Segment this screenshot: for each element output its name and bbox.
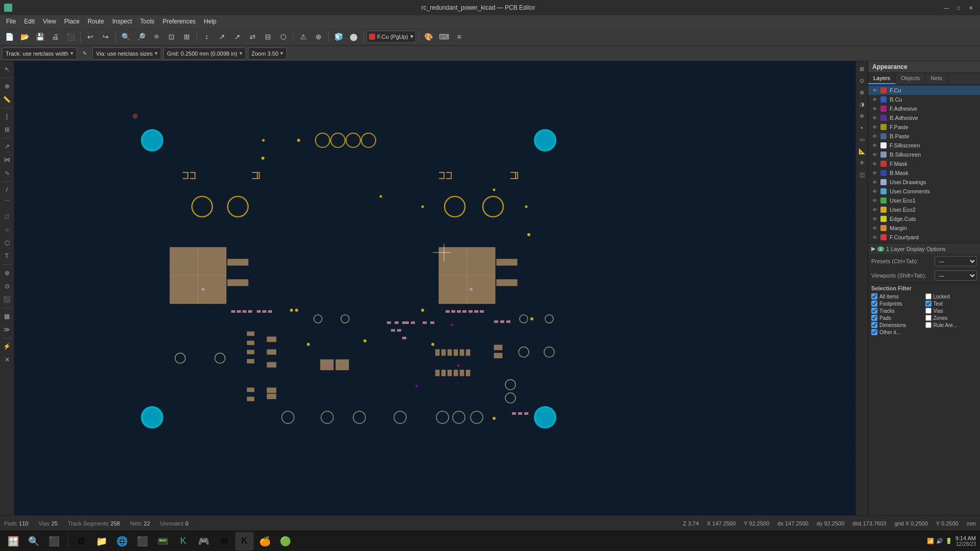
sel-filter-checkbox[interactable] <box>871 329 877 335</box>
print-button[interactable]: 🖨 <box>48 30 62 44</box>
menu-help[interactable]: Help <box>200 15 220 28</box>
track-width-edit[interactable]: ✎ <box>79 46 90 61</box>
new-button[interactable]: 📄 <box>2 30 16 44</box>
pcb3d-button[interactable]: 🧊 <box>331 30 346 44</box>
scripting-button[interactable]: ⌨ <box>437 30 451 44</box>
sel-filter-checkbox[interactable] <box>871 322 877 328</box>
open-button[interactable]: 📂 <box>17 30 32 44</box>
snap-free-button[interactable]: ⊛ <box>856 87 868 98</box>
tab-layers[interactable]: Layers <box>868 73 896 84</box>
tab-objects[interactable]: Objects <box>896 73 925 84</box>
route-diff-button[interactable]: ↗ <box>230 30 244 44</box>
taskbar-green-icon[interactable]: 🟢 <box>276 532 295 550</box>
layer-item-b-cu[interactable]: 👁 B.Cu <box>868 95 980 104</box>
design-rule-tool[interactable]: ✕ <box>1 354 13 366</box>
color-scheme-button[interactable]: 🎨 <box>422 30 436 44</box>
layer-item-f-adhesive[interactable]: 👁 F.Adhesive <box>868 104 980 113</box>
taskbar-windows-button[interactable]: 🪟 <box>4 532 22 550</box>
presets-select[interactable]: — <box>935 256 977 266</box>
taskbar-extra-icon[interactable]: 📟 <box>154 532 172 550</box>
sel-filter-checkbox[interactable] <box>925 308 932 314</box>
layer-item-user-eco1[interactable]: 👁 User.Eco1 <box>868 196 980 205</box>
menu-view[interactable]: View <box>39 15 60 28</box>
route-track-tool[interactable]: ↗ <box>1 140 13 153</box>
layer-item-edge-cuts[interactable]: 👁 Edge.Cuts <box>868 214 980 223</box>
flip-button[interactable]: ↕ <box>200 30 214 44</box>
sel-filter-checkbox[interactable] <box>871 293 877 299</box>
layer-item-f-mask[interactable]: 👁 F.Mask <box>868 159 980 168</box>
layer-item-f-courtyard[interactable]: 👁 F.Courtyard <box>868 233 980 242</box>
ruler-tool[interactable]: | <box>1 110 13 122</box>
zoom-selector[interactable]: Zoom 3.50 ▾ <box>248 47 287 60</box>
sel-filter-checkbox[interactable] <box>871 315 877 321</box>
layer-item-b-paste[interactable]: 👁 B.Paste <box>868 132 980 141</box>
menu-route[interactable]: Route <box>84 15 108 28</box>
draw-text-tool[interactable]: T <box>1 250 13 262</box>
select-tool[interactable]: ↖ <box>1 63 13 76</box>
find-button[interactable]: 🔍 <box>118 30 133 44</box>
track-width-selector[interactable]: Track: use netclass width ▾ <box>2 47 77 60</box>
menu-file[interactable]: File <box>2 15 20 28</box>
redo-button[interactable]: ↪ <box>99 30 113 44</box>
scripting-console-tool[interactable]: ≫ <box>1 323 13 336</box>
sel-filter-checkbox[interactable] <box>925 315 932 321</box>
tune-skew-tool[interactable]: ∿ <box>1 167 13 179</box>
highlight-button[interactable]: ⬤ <box>347 30 361 44</box>
layer-item-user-eco2[interactable]: 👁 User.Eco2 <box>868 205 980 214</box>
measure-tool[interactable]: 📏 <box>1 93 13 106</box>
layer-item-user-comments[interactable]: 👁 User.Comments <box>868 187 980 196</box>
save-button[interactable]: 💾 <box>33 30 47 44</box>
sel-filter-checkbox[interactable] <box>871 308 877 314</box>
netinspect-button[interactable]: ⊕ <box>311 30 326 44</box>
draw-polygon-tool[interactable]: ⬡ <box>1 237 13 249</box>
layer-item-margin[interactable]: 👁 Margin <box>868 223 980 233</box>
layer-item-b-adhesive[interactable]: 👁 B.Adhesive <box>868 113 980 122</box>
sel-filter-checkbox[interactable] <box>871 300 877 307</box>
zoom-fit-button[interactable]: ⊡ <box>164 30 179 44</box>
inspect-tool[interactable]: ⊕ <box>1 80 13 92</box>
polar-grid-button[interactable]: ⊙ <box>856 75 868 86</box>
taskbar-orange-icon[interactable]: 🍊 <box>256 532 274 550</box>
taskbar-email-icon[interactable]: ✉ <box>215 532 233 550</box>
taskbar-browser-icon[interactable]: 🌐 <box>113 532 131 550</box>
zoom-select-button[interactable]: ⊞ <box>180 30 194 44</box>
draw-arc-tool[interactable]: ⌒ <box>1 197 13 209</box>
draw-rect-tool[interactable]: □ <box>1 210 13 222</box>
tab-nets[interactable]: Nets <box>925 73 948 84</box>
clearance-button[interactable]: ◫ <box>856 169 868 180</box>
layer-display-options-header[interactable]: ▶ 1 1 Layer Display Options <box>868 243 980 254</box>
taskbar-terminal-icon[interactable]: ⬛ <box>133 532 152 550</box>
toggle-courtyard-button[interactable]: ▭ <box>856 134 868 145</box>
route-track-button[interactable]: ↗ <box>215 30 229 44</box>
layer-item-f-cu[interactable]: 👁 F.Cu <box>868 86 980 95</box>
add-via-tool[interactable]: ⊙ <box>1 280 13 292</box>
pad-button[interactable]: ⬡ <box>276 30 290 44</box>
align-button[interactable]: ⊟ <box>261 30 275 44</box>
close-button[interactable]: ✕ <box>966 3 976 13</box>
taskbar-settings-icon[interactable]: ⚙ <box>72 532 90 550</box>
taskbar-files-icon[interactable]: 📁 <box>92 532 111 550</box>
via-size-selector[interactable]: Via: use netclass sizes ▾ <box>92 47 161 60</box>
snap-grid-button[interactable]: ⊞ <box>856 63 868 74</box>
taskbar-search-button[interactable]: 🔍 <box>24 532 43 550</box>
layer-selector[interactable]: F.Cu (PgUp) ▾ <box>366 31 416 43</box>
plot-button[interactable]: ⬛ <box>63 30 78 44</box>
add-coord-button[interactable]: ✛ <box>856 157 868 168</box>
menu-edit[interactable]: Edit <box>20 15 39 28</box>
taskbar-taskview-button[interactable]: ⬛ <box>45 532 63 550</box>
grid-origin-tool[interactable]: ⊞ <box>1 123 13 136</box>
minimize-button[interactable]: — <box>941 3 951 13</box>
layer-item-f-silkscreen[interactable]: 👁 F.Silkscreen <box>868 141 980 150</box>
menu-tools[interactable]: Tools <box>136 15 159 28</box>
zoom-in-button[interactable]: 🔎 <box>134 30 148 44</box>
draw-circle-tool[interactable]: ○ <box>1 223 13 236</box>
grid-selector[interactable]: Grid: 0.2500 mm (0.0098 in) ▾ <box>163 47 246 60</box>
route-diff-tool[interactable]: ⋈ <box>1 154 13 166</box>
calc-button[interactable]: ≡ <box>452 30 467 44</box>
taskbar-kicad-icon[interactable]: K <box>174 532 192 550</box>
layer-item-user-drawings[interactable]: 👁 User.Drawings <box>868 178 980 187</box>
layer-item-b-mask[interactable]: 👁 B.Mask <box>868 168 980 178</box>
undo-button[interactable]: ↩ <box>83 30 97 44</box>
draw-line-tool[interactable]: / <box>1 184 13 196</box>
toggle-filled-button[interactable]: ▪ <box>856 122 868 133</box>
